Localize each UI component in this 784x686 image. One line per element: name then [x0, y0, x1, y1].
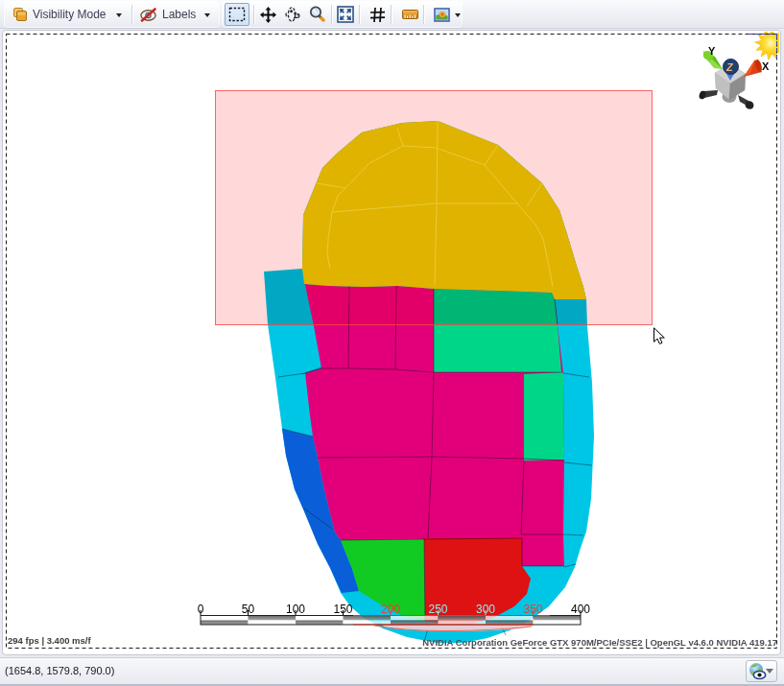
svg-text:50: 50 — [242, 603, 255, 616]
visibility-mode-caret-icon — [116, 13, 122, 17]
svg-text:100: 100 — [286, 603, 305, 616]
overlay-canvas: 0 50 100 150 200 250 300 350 400 — [4, 32, 779, 653]
labels-caret-icon — [204, 13, 210, 17]
visibility-mode-label: Visibility Mode — [33, 8, 106, 21]
scale-bar-cells — [201, 616, 581, 625]
scale-bar: 0 50 100 150 200 250 300 350 400 — [198, 603, 591, 625]
ruler-icon — [402, 8, 418, 21]
viewport-frame: 0 50 100 150 200 250 300 350 400 — [2, 30, 781, 655]
svg-text:150: 150 — [333, 603, 352, 616]
svg-text:200: 200 — [381, 603, 400, 616]
zoom-icon — [309, 6, 326, 23]
svg-text:300: 300 — [476, 603, 495, 616]
grid-tool-button[interactable] — [365, 3, 390, 26]
toolbar-separator — [359, 5, 360, 24]
labels-button[interactable]: Labels — [133, 3, 219, 26]
toolbar-separator — [131, 5, 132, 24]
sun-icon — [755, 32, 779, 59]
zoom-tool-button[interactable] — [305, 3, 330, 26]
pan-icon — [260, 7, 276, 23]
svg-text:0: 0 — [198, 603, 204, 616]
toolbar-pane-tools — [223, 2, 462, 27]
scale-bar-labels: 0 50 100 150 200 250 300 350 400 — [198, 603, 591, 616]
rotate-icon — [284, 6, 301, 23]
z-axis-label: Z — [725, 61, 734, 73]
x-axis-label: X — [762, 60, 770, 72]
snapshot-image-icon — [434, 8, 450, 22]
snapshot-caret-icon — [455, 13, 461, 17]
grid-icon — [370, 8, 385, 22]
rotate-tool-button[interactable] — [280, 3, 305, 26]
labels-hidden-eye-icon — [140, 8, 157, 22]
fit-view-tool-button[interactable] — [333, 3, 358, 26]
gl-viewport[interactable]: 0 50 100 150 200 250 300 350 400 — [4, 32, 779, 653]
ruler-tool-button[interactable] — [397, 3, 422, 26]
svg-text:350: 350 — [523, 603, 542, 616]
orientation-gizmo: Z Y X — [699, 45, 770, 111]
toolbar: Visibility Mode Labels — [0, 0, 784, 29]
pan-tool-button[interactable] — [255, 3, 280, 26]
fit-to-view-icon — [337, 6, 354, 23]
toolbar-pane-menus: Visibility Mode Labels — [5, 2, 219, 27]
mouse-cursor — [654, 328, 665, 344]
visibility-mode-icon — [12, 7, 28, 22]
fps-counter: 294 fps | 3.400 ms/f — [8, 635, 91, 646]
gl-renderer-info: NVIDIA Corporation GeForce GTX 970M/PCIe… — [422, 637, 777, 648]
cursor-coordinates: (1654.8, 1579.8, 790.0) — [5, 665, 114, 676]
snapshot-tool-button[interactable] — [431, 3, 452, 26]
toolbar-separator — [253, 5, 254, 24]
select-tool-button[interactable] — [225, 3, 249, 26]
svg-text:400: 400 — [571, 603, 590, 616]
viewer-mode-caret-icon — [766, 669, 773, 674]
toolbar-separator — [391, 5, 392, 24]
viewer-mode-button[interactable] — [746, 660, 777, 682]
status-bar: (1654.8, 1579.8, 790.0) — [0, 657, 784, 684]
visibility-mode-button[interactable]: Visibility Mode — [5, 3, 131, 26]
toolbar-separator — [331, 5, 332, 24]
selection-rectangle-icon — [228, 7, 246, 22]
toolbar-separator — [423, 5, 424, 24]
cursor-arrow — [654, 328, 665, 344]
svg-text:250: 250 — [428, 603, 447, 616]
y-axis-label: Y — [708, 45, 716, 57]
labels-label: Labels — [162, 8, 196, 21]
